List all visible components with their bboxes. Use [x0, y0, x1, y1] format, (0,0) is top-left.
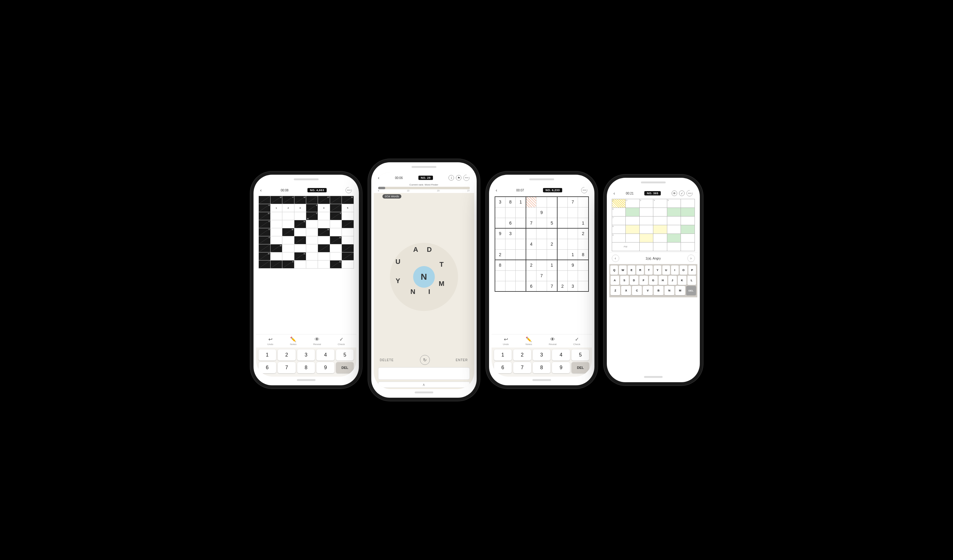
more-button-4[interactable]: ···: [686, 190, 693, 196]
cw-cell[interactable]: [626, 208, 639, 217]
sudoku-cell[interactable]: 2: [495, 249, 506, 260]
sudoku-cell[interactable]: [537, 239, 547, 249]
sudoku-cell[interactable]: [526, 249, 537, 260]
cw-cell[interactable]: [639, 243, 653, 251]
wheel-letter-i[interactable]: I: [428, 288, 430, 296]
wheel-letter-t[interactable]: T: [439, 260, 444, 269]
cw-cell[interactable]: 9: [612, 234, 626, 243]
sudoku-cell[interactable]: 2: [557, 281, 568, 291]
sudoku-cell[interactable]: 8: [505, 197, 516, 207]
key-n[interactable]: N: [664, 286, 674, 295]
sudoku-cell[interactable]: [557, 197, 568, 207]
cw-cell[interactable]: 4: [653, 199, 667, 208]
sudoku-cell[interactable]: [537, 228, 547, 239]
more-button-3[interactable]: ···: [581, 187, 587, 193]
cw-cell[interactable]: [681, 234, 695, 243]
wheel-letter-n2[interactable]: N: [410, 288, 415, 296]
cw-cell[interactable]: 6: [612, 208, 626, 217]
del-btn[interactable]: DEL: [336, 362, 354, 373]
sudoku-cell[interactable]: [526, 228, 537, 239]
sudoku-cell[interactable]: [547, 271, 557, 281]
num-6-3[interactable]: 6: [494, 362, 512, 373]
sudoku-cell[interactable]: [505, 207, 516, 218]
refresh-button[interactable]: ↻: [420, 355, 430, 365]
key-g[interactable]: G: [649, 276, 658, 285]
sudoku-cell[interactable]: [505, 271, 516, 281]
sudoku-cell[interactable]: 1: [568, 249, 578, 260]
num-1[interactable]: 1: [258, 350, 276, 360]
sudoku-cell[interactable]: [495, 281, 506, 291]
sudoku-cell[interactable]: [557, 249, 568, 260]
sudoku-cell[interactable]: 1: [516, 197, 526, 207]
key-t[interactable]: T: [645, 265, 653, 275]
wheel-letter-a[interactable]: A: [413, 246, 418, 254]
sudoku-cell[interactable]: [516, 281, 526, 291]
check-action-3[interactable]: ✓ Check: [573, 336, 580, 346]
wheel-letter-m[interactable]: M: [439, 280, 444, 288]
key-x[interactable]: X: [621, 286, 631, 295]
sudoku-cell[interactable]: 7: [537, 271, 547, 281]
word-wheel[interactable]: N A D T M I N Y U: [390, 243, 458, 311]
cw-cell[interactable]: [626, 217, 639, 225]
cw-cell[interactable]: [681, 225, 695, 234]
back-button-4[interactable]: ‹: [614, 191, 615, 196]
key-a[interactable]: A: [610, 276, 619, 285]
key-u[interactable]: U: [662, 265, 670, 275]
sudoku-cell[interactable]: 6: [505, 218, 516, 228]
sudoku-cell[interactable]: 9: [537, 207, 547, 218]
sudoku-cell[interactable]: [547, 228, 557, 239]
num-7-3[interactable]: 7: [513, 362, 531, 373]
wheel-center[interactable]: N: [413, 266, 435, 288]
cw-cell[interactable]: [667, 234, 681, 243]
sudoku-cell[interactable]: [547, 197, 557, 207]
reveal-action-3[interactable]: 👁 Reveal: [549, 337, 557, 346]
cw-cell[interactable]: [653, 234, 667, 243]
wheel-letter-y[interactable]: Y: [396, 277, 400, 285]
sudoku-cell[interactable]: [547, 249, 557, 260]
cw-cell[interactable]: [653, 208, 667, 217]
key-p[interactable]: P: [688, 265, 696, 275]
num-9-3[interactable]: 9: [552, 362, 570, 373]
num-2[interactable]: 2: [278, 350, 296, 360]
sudoku-cell[interactable]: 7: [568, 197, 578, 207]
more-button-2[interactable]: ···: [463, 175, 470, 181]
sudoku-cell[interactable]: [568, 218, 578, 228]
num-5[interactable]: 5: [336, 350, 354, 360]
num-7[interactable]: 7: [278, 362, 296, 373]
clue-next[interactable]: ›: [688, 255, 695, 262]
key-b[interactable]: B: [653, 286, 664, 295]
sudoku-cell[interactable]: 8: [578, 249, 588, 260]
cw-cell[interactable]: [667, 225, 681, 234]
more-button[interactable]: ···: [346, 187, 352, 193]
num-2-3[interactable]: 2: [513, 350, 531, 360]
sudoku-cell[interactable]: [568, 228, 578, 239]
key-k[interactable]: K: [678, 276, 686, 285]
sudoku-cell[interactable]: [537, 281, 547, 291]
chevron-up[interactable]: ∧: [378, 382, 470, 388]
sudoku-cell[interactable]: [578, 271, 588, 281]
sudoku-cell[interactable]: [526, 207, 537, 218]
key-o[interactable]: O: [680, 265, 688, 275]
key-h[interactable]: H: [658, 276, 667, 285]
sudoku-cell[interactable]: [578, 281, 588, 291]
key-j[interactable]: J: [668, 276, 677, 285]
num-9[interactable]: 9: [317, 362, 334, 373]
key-d[interactable]: D: [630, 276, 638, 285]
cw-cell[interactable]: [667, 217, 681, 225]
sudoku-cell[interactable]: 4: [526, 239, 537, 249]
cw-cell[interactable]: [653, 225, 667, 234]
key-r[interactable]: R: [636, 265, 644, 275]
sudoku-cell[interactable]: 1: [547, 260, 557, 271]
cw-cell-wide[interactable]: PW: [612, 243, 639, 251]
sudoku-cell[interactable]: [505, 249, 516, 260]
sudoku-cell[interactable]: 6: [526, 281, 537, 291]
num-6[interactable]: 6: [258, 362, 276, 373]
key-l[interactable]: L: [688, 276, 696, 285]
num-8[interactable]: 8: [297, 362, 315, 373]
del-btn-3[interactable]: DEL: [571, 362, 590, 373]
sudoku-cell[interactable]: [537, 260, 547, 271]
num-8-3[interactable]: 8: [533, 362, 551, 373]
key-v[interactable]: V: [643, 286, 653, 295]
sudoku-cell[interactable]: [495, 218, 506, 228]
key-z[interactable]: Z: [610, 286, 621, 295]
